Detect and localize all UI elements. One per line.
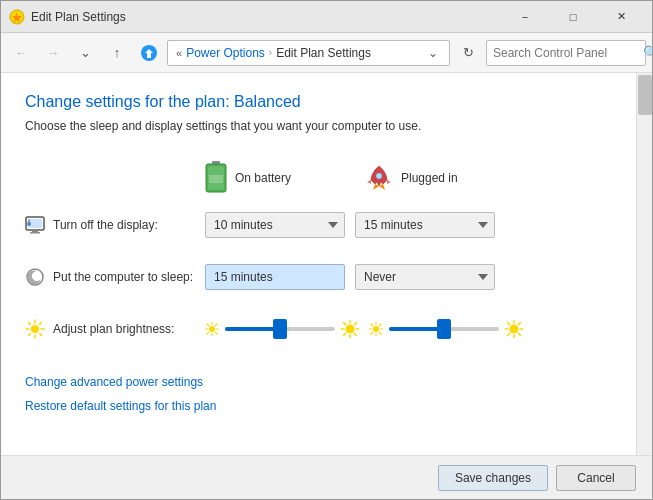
search-input[interactable] xyxy=(493,46,643,60)
sleep-setting-label: Put the computer to sleep: xyxy=(53,270,193,284)
cancel-button[interactable]: Cancel xyxy=(556,465,636,491)
svg-line-29 xyxy=(215,332,217,334)
address-icon xyxy=(139,43,159,63)
column-headers: On battery xyxy=(205,161,612,195)
svg-line-31 xyxy=(207,332,209,334)
on-battery-label: On battery xyxy=(235,171,291,185)
restore-defaults-link[interactable]: Restore default settings for this plan xyxy=(25,399,612,413)
brightness-plugged-slider[interactable] xyxy=(389,319,499,339)
sleep-battery-dropdown[interactable]: 10 minutes 15 minutes Never xyxy=(205,264,345,290)
settings-grid: On battery xyxy=(25,161,612,347)
search-box: 🔍 xyxy=(486,40,646,66)
svg-rect-11 xyxy=(30,232,40,234)
svg-line-46 xyxy=(371,324,373,326)
display-setting-label: Turn off the display: xyxy=(53,218,158,232)
advanced-settings-link[interactable]: Change advanced power settings xyxy=(25,375,612,389)
svg-line-39 xyxy=(354,323,356,325)
brightness-plugged-sun-small xyxy=(369,322,383,336)
brightness-battery-sun-small xyxy=(205,322,219,336)
plugged-in-label: Plugged in xyxy=(401,171,458,185)
close-button[interactable]: ✕ xyxy=(598,1,644,33)
svg-line-20 xyxy=(40,334,42,336)
title-bar-title: Edit Plan Settings xyxy=(31,10,502,24)
page-title: Change settings for the plan: Balanced xyxy=(25,93,612,111)
svg-point-32 xyxy=(346,325,355,334)
sleep-label: Put the computer to sleep: xyxy=(25,267,205,287)
svg-line-40 xyxy=(344,333,346,335)
display-controls: 10 minutes 15 minutes Never 10 minutes 1… xyxy=(205,212,495,238)
bottom-bar: Save changes Cancel xyxy=(1,455,652,499)
back-button[interactable]: ← xyxy=(7,39,35,67)
sleep-plugged-dropdown[interactable]: 10 minutes 15 minutes Never xyxy=(355,264,495,290)
title-bar-icon xyxy=(9,9,25,25)
svg-line-55 xyxy=(508,323,510,325)
svg-point-12 xyxy=(27,222,31,226)
brightness-setting-row: Adjust plan brightness: xyxy=(25,311,612,347)
breadcrumb-dropdown-btn[interactable]: ⌄ xyxy=(425,41,441,65)
brightness-label: Adjust plan brightness: xyxy=(25,319,205,339)
brightness-battery-sun-large xyxy=(341,320,359,338)
minimize-button[interactable]: − xyxy=(502,1,548,33)
sleep-setting-row: Put the computer to sleep: 10 minutes 15… xyxy=(25,259,612,295)
content-area: Change settings for the plan: Balanced C… xyxy=(1,73,636,500)
brightness-setting-label: Adjust plan brightness: xyxy=(53,322,174,336)
display-label: Turn off the display: xyxy=(25,215,205,235)
brightness-controls xyxy=(205,319,523,339)
brightness-plugged-sun-large xyxy=(505,320,523,338)
maximize-button[interactable]: □ xyxy=(550,1,596,33)
title-bar: Edit Plan Settings − □ ✕ xyxy=(1,1,652,33)
plugged-in-icon xyxy=(365,164,393,192)
scrollbar-track[interactable] xyxy=(636,73,652,500)
plugged-in-header: Plugged in xyxy=(365,161,525,195)
svg-point-41 xyxy=(373,326,379,332)
svg-line-56 xyxy=(518,333,520,335)
svg-rect-5 xyxy=(209,175,223,183)
svg-line-37 xyxy=(344,323,346,325)
display-setting-row: Turn off the display: 10 minutes 15 minu… xyxy=(25,207,612,243)
breadcrumb-separator: « xyxy=(176,47,182,59)
breadcrumb-arrow: › xyxy=(269,47,272,58)
svg-point-7 xyxy=(376,173,382,179)
brightness-icon xyxy=(25,319,45,339)
svg-point-23 xyxy=(209,326,215,332)
svg-rect-10 xyxy=(32,230,38,232)
breadcrumb-current: Edit Plan Settings xyxy=(276,46,371,60)
links-section: Change advanced power settings Restore d… xyxy=(25,375,612,413)
page-subtitle: Choose the sleep and display settings th… xyxy=(25,119,612,133)
svg-line-21 xyxy=(40,323,42,325)
display-battery-dropdown[interactable]: 10 minutes 15 minutes Never xyxy=(205,212,345,238)
sleep-controls: 10 minutes 15 minutes Never 10 minutes 1… xyxy=(205,264,495,290)
breadcrumb-bar: « Power Options › Edit Plan Settings ⌄ xyxy=(167,40,450,66)
refresh-button[interactable]: ↻ xyxy=(454,39,482,67)
svg-line-28 xyxy=(207,324,209,326)
svg-point-14 xyxy=(31,325,39,333)
brightness-battery-slider-group xyxy=(205,319,359,339)
svg-line-47 xyxy=(379,332,381,334)
up-button[interactable]: ↑ xyxy=(103,39,131,67)
display-plugged-dropdown[interactable]: 10 minutes 15 minutes Never xyxy=(355,212,495,238)
display-icon xyxy=(25,215,45,235)
address-bar: ← → ⌄ ↑ « Power Options › Edit Plan Sett… xyxy=(1,33,652,73)
svg-line-30 xyxy=(215,324,217,326)
nav-dropdown-button[interactable]: ⌄ xyxy=(71,39,99,67)
on-battery-header: On battery xyxy=(205,161,365,195)
sleep-icon xyxy=(25,267,45,287)
scrollbar-thumb[interactable] xyxy=(638,75,652,115)
svg-line-19 xyxy=(29,323,31,325)
svg-line-57 xyxy=(518,323,520,325)
forward-button[interactable]: → xyxy=(39,39,67,67)
save-changes-button[interactable]: Save changes xyxy=(438,465,548,491)
svg-line-58 xyxy=(508,333,510,335)
title-bar-controls: − □ ✕ xyxy=(502,1,644,33)
svg-line-22 xyxy=(29,334,31,336)
svg-line-38 xyxy=(354,333,356,335)
brightness-plugged-slider-group xyxy=(369,319,523,339)
search-icon-button[interactable]: 🔍 xyxy=(643,45,653,60)
svg-line-48 xyxy=(379,324,381,326)
svg-line-49 xyxy=(371,332,373,334)
brightness-battery-slider[interactable] xyxy=(225,319,335,339)
svg-point-50 xyxy=(510,325,519,334)
breadcrumb-parent[interactable]: Power Options xyxy=(186,46,265,60)
battery-icon xyxy=(205,161,227,195)
